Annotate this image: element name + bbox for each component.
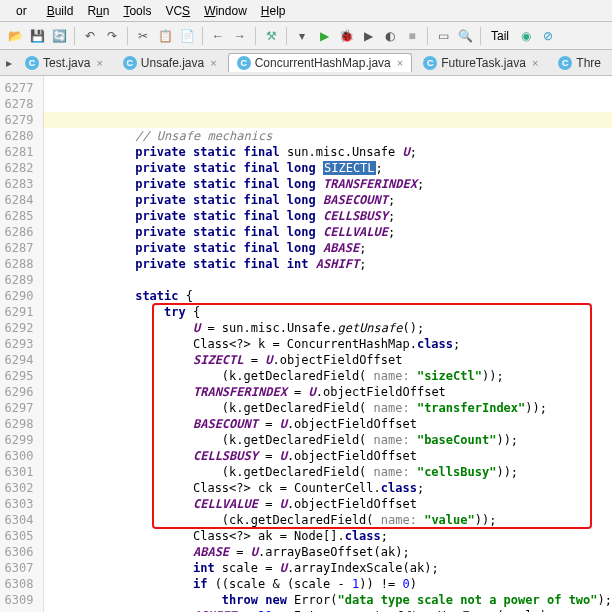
editor-area: 6277627862796280628162826283628462856286… — [0, 76, 612, 612]
refresh-icon[interactable]: 🔄 — [50, 27, 68, 45]
debug-icon[interactable]: 🐞 — [337, 27, 355, 45]
copy-icon[interactable]: 📋 — [156, 27, 174, 45]
tab-concurrenthashmap[interactable]: CConcurrentHashMap.java× — [228, 53, 413, 72]
menu-item[interactable]: Build — [41, 4, 80, 18]
forward-icon[interactable]: → — [231, 27, 249, 45]
tab-unsafe[interactable]: CUnsafe.java× — [114, 53, 226, 72]
open-icon[interactable]: 📂 — [6, 27, 24, 45]
close-icon[interactable]: × — [210, 57, 216, 69]
stop-icon[interactable]: ■ — [403, 27, 421, 45]
search-icon[interactable]: 🔍 — [456, 27, 474, 45]
line-gutter: 6277627862796280628162826283628462856286… — [0, 76, 44, 612]
menu-item[interactable]: Tools — [117, 4, 157, 18]
coverage-icon[interactable]: ▶ — [359, 27, 377, 45]
build-icon[interactable]: ⚒ — [262, 27, 280, 45]
menu-item[interactable]: Help — [255, 4, 292, 18]
tail-icon[interactable]: ◉ — [517, 27, 535, 45]
menu-item[interactable]: Window — [198, 4, 253, 18]
tail-label[interactable]: Tail — [487, 29, 513, 43]
class-icon: C — [237, 56, 251, 70]
tab-futuretask[interactable]: CFutureTask.java× — [414, 53, 547, 72]
close-icon[interactable]: × — [96, 57, 102, 69]
menu-item[interactable]: VCS — [159, 4, 196, 18]
paste-icon[interactable]: 📄 — [178, 27, 196, 45]
class-icon: C — [558, 56, 572, 70]
menu-item[interactable]: or — [4, 4, 39, 18]
run-icon[interactable]: ▶ — [315, 27, 333, 45]
close-icon[interactable]: × — [532, 57, 538, 69]
class-icon: C — [25, 56, 39, 70]
code-view[interactable]: // Unsafe mechanics private static final… — [44, 76, 612, 612]
toolbar: 📂 💾 🔄 ↶ ↷ ✂ 📋 📄 ← → ⚒ ▾ ▶ 🐞 ▶ ◐ ■ ▭ 🔍 Ta… — [0, 22, 612, 50]
save-icon[interactable]: 💾 — [28, 27, 46, 45]
editor-tabs: ▸ CTest.java× CUnsafe.java× CConcurrentH… — [0, 50, 612, 76]
back-icon[interactable]: ← — [209, 27, 227, 45]
class-icon: C — [423, 56, 437, 70]
menu-bar: or Build Run Tools VCS Window Help — [0, 0, 612, 22]
cut-icon[interactable]: ✂ — [134, 27, 152, 45]
disable-icon[interactable]: ⊘ — [539, 27, 557, 45]
undo-icon[interactable]: ↶ — [81, 27, 99, 45]
redo-icon[interactable]: ↷ — [103, 27, 121, 45]
close-icon[interactable]: × — [397, 57, 403, 69]
structure-icon[interactable]: ▭ — [434, 27, 452, 45]
class-icon: C — [123, 56, 137, 70]
tab-test[interactable]: CTest.java× — [16, 53, 112, 72]
tab-thread[interactable]: CThre — [549, 53, 610, 72]
profile-icon[interactable]: ◐ — [381, 27, 399, 45]
run-config-icon[interactable]: ▾ — [293, 27, 311, 45]
tab-scroll-icon[interactable]: ▸ — [2, 54, 16, 72]
menu-item[interactable]: Run — [81, 4, 115, 18]
